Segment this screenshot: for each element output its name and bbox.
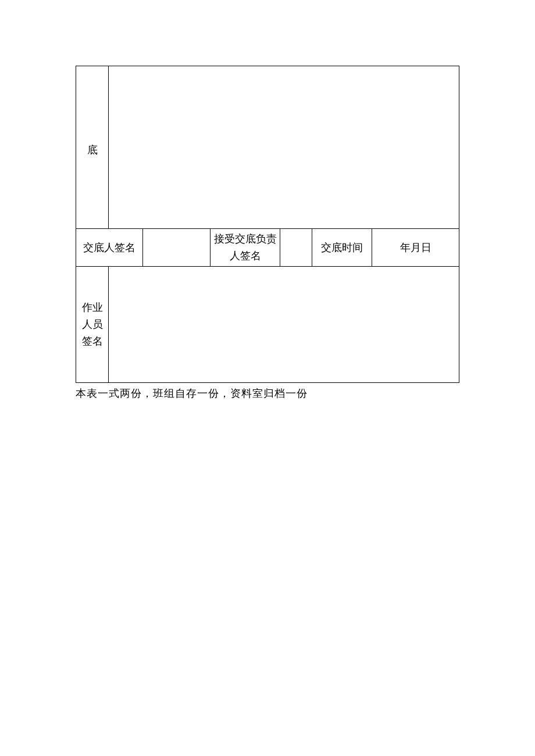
footnote-text: 本表一式两份，班组自存一份，资料室归档一份	[76, 386, 535, 400]
date-value-cell: 年月日	[372, 229, 459, 267]
worker-label: 作业人员签名	[82, 302, 103, 347]
content-label-cell: 底	[76, 66, 109, 229]
table-row-content: 底	[76, 66, 459, 229]
worker-label-cell: 作业人员签名	[76, 267, 109, 383]
content-label: 底	[87, 144, 98, 156]
receiver-label: 接受交底负责人签名	[214, 233, 277, 261]
receiver-label-cell: 接受交底负责人签名	[211, 229, 280, 267]
table-row-signatures: 交底人签名 接受交底负责人签名 交底时间 年月日	[76, 229, 459, 267]
content-value-cell	[109, 66, 459, 229]
time-label-cell: 交底时间	[312, 229, 372, 267]
date-value: 年月日	[400, 242, 431, 253]
worker-value-cell	[109, 267, 459, 383]
signer-label-cell: 交底人签名	[76, 229, 143, 267]
disclosure-form-table: 底 交底人签名 接受交底负责人签名 交底时间 年月日 作业人员签名	[76, 66, 459, 383]
receiver-value-cell	[280, 229, 312, 267]
signer-value-cell	[143, 229, 211, 267]
time-label: 交底时间	[321, 242, 363, 253]
signer-label: 交底人签名	[83, 242, 135, 253]
table-row-workers: 作业人员签名	[76, 267, 459, 383]
